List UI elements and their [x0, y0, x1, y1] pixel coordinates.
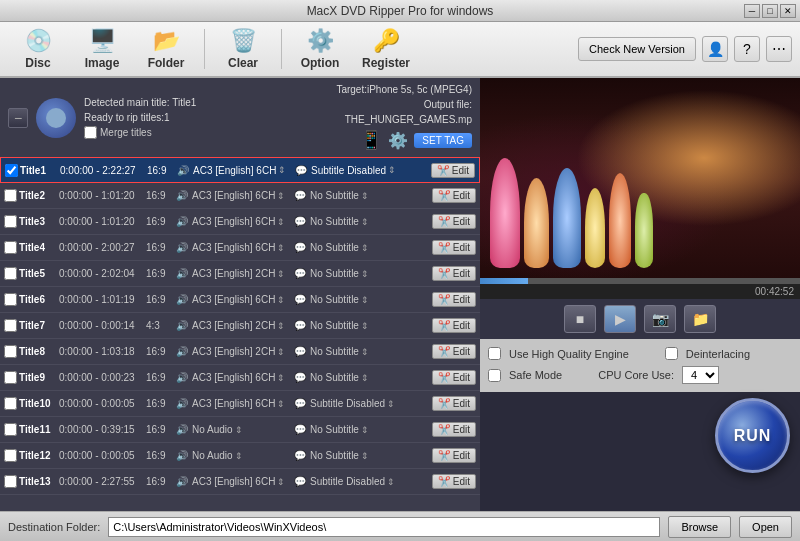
audio-arrow[interactable]: ⇕ [235, 425, 243, 435]
title-subtitle: No Subtitle ⇕ [310, 216, 430, 227]
title-checkbox[interactable] [4, 319, 17, 332]
edit-button[interactable]: ✂️ Edit [432, 292, 476, 307]
close-button[interactable]: ✕ [780, 4, 796, 18]
title-checkbox[interactable] [4, 189, 17, 202]
edit-button[interactable]: ✂️ Edit [432, 240, 476, 255]
edit-button[interactable]: ✂️ Edit [432, 474, 476, 489]
check-new-version-button[interactable]: Check New Version [578, 37, 696, 61]
stop-button[interactable]: ■ [564, 305, 596, 333]
title-checkbox[interactable] [5, 164, 18, 177]
title-checkbox[interactable] [4, 345, 17, 358]
title-time: 0:00:00 - 2:00:27 [59, 242, 144, 253]
window-controls[interactable]: ─ □ ✕ [744, 4, 796, 18]
subtitle-arrow[interactable]: ⇕ [387, 477, 395, 487]
title-row[interactable]: Title40:00:00 - 2:00:2716:9🔊AC3 [English… [0, 235, 480, 261]
option-button[interactable]: ⚙️ Option [290, 25, 350, 73]
edit-button[interactable]: ✂️ Edit [432, 344, 476, 359]
title-row[interactable]: Title130:00:00 - 2:27:5516:9🔊AC3 [Englis… [0, 469, 480, 495]
title-row[interactable]: Title110:00:00 - 0:39:1516:9🔊No Audio ⇕💬… [0, 417, 480, 443]
help-icon-button[interactable]: ? [734, 36, 760, 62]
audio-arrow[interactable]: ⇕ [277, 191, 285, 201]
high-quality-checkbox[interactable] [488, 347, 501, 360]
gear-icon[interactable]: ⚙️ [388, 131, 408, 150]
subtitle-arrow[interactable]: ⇕ [361, 295, 369, 305]
folder-open-button[interactable]: 📁 [684, 305, 716, 333]
edit-button[interactable]: ✂️ Edit [432, 422, 476, 437]
play-button[interactable]: ▶ [604, 305, 636, 333]
screenshot-button[interactable]: 📷 [644, 305, 676, 333]
set-tag-button[interactable]: SET TAG [414, 133, 472, 148]
audio-arrow[interactable]: ⇕ [277, 321, 285, 331]
folder-button[interactable]: 📂 Folder [136, 25, 196, 73]
title-checkbox[interactable] [4, 267, 17, 280]
title-checkbox[interactable] [4, 449, 17, 462]
audio-arrow[interactable]: ⇕ [277, 243, 285, 253]
title-checkbox[interactable] [4, 293, 17, 306]
run-button[interactable]: RUN [715, 398, 790, 473]
title-row[interactable]: Title100:00:00 - 0:00:0516:9🔊AC3 [Englis… [0, 391, 480, 417]
video-progress-bar[interactable] [480, 278, 800, 284]
title-checkbox[interactable] [4, 241, 17, 254]
subtitle-arrow[interactable]: ⇕ [361, 269, 369, 279]
title-checkbox[interactable] [4, 371, 17, 384]
title-row[interactable]: Title90:00:00 - 0:00:2316:9🔊AC3 [English… [0, 365, 480, 391]
subtitle-arrow[interactable]: ⇕ [388, 165, 396, 175]
title-row[interactable]: Title50:00:00 - 2:02:0416:9🔊AC3 [English… [0, 261, 480, 287]
edit-button[interactable]: ✂️ Edit [432, 188, 476, 203]
subtitle-arrow[interactable]: ⇕ [361, 347, 369, 357]
browse-button[interactable]: Browse [668, 516, 731, 538]
maximize-button[interactable]: □ [762, 4, 778, 18]
minimize-button[interactable]: ─ [744, 4, 760, 18]
safe-mode-row: Safe Mode CPU Core Use: 12345678 [488, 366, 792, 384]
image-button[interactable]: 🖥️ Image [72, 25, 132, 73]
register-button[interactable]: 🔑 Register [354, 25, 418, 73]
title-row[interactable]: Title80:00:00 - 1:03:1816:9🔊AC3 [English… [0, 339, 480, 365]
title-row[interactable]: Title70:00:00 - 0:00:144:3🔊AC3 [English]… [0, 313, 480, 339]
audio-arrow[interactable]: ⇕ [277, 347, 285, 357]
edit-button[interactable]: ✂️ Edit [432, 396, 476, 411]
subtitle-arrow[interactable]: ⇕ [361, 425, 369, 435]
title-checkbox[interactable] [4, 475, 17, 488]
deinterlacing-checkbox[interactable] [665, 347, 678, 360]
subtitle-arrow[interactable]: ⇕ [361, 217, 369, 227]
subtitle-arrow[interactable]: ⇕ [361, 451, 369, 461]
audio-arrow[interactable]: ⇕ [235, 451, 243, 461]
title-row[interactable]: Title10:00:00 - 2:22:2716:9🔊AC3 [English… [0, 157, 480, 183]
edit-button[interactable]: ✂️ Edit [431, 163, 475, 178]
edit-button[interactable]: ✂️ Edit [432, 370, 476, 385]
audio-arrow[interactable]: ⇕ [277, 295, 285, 305]
settings-icon-button[interactable]: ⋯ [766, 36, 792, 62]
title-row[interactable]: Title120:00:00 - 0:00:0516:9🔊No Audio ⇕💬… [0, 443, 480, 469]
subtitle-arrow[interactable]: ⇕ [387, 399, 395, 409]
cpu-core-select[interactable]: 12345678 [682, 366, 719, 384]
disc-button[interactable]: 💿 Disc [8, 25, 68, 73]
minus-button[interactable]: − [8, 108, 28, 128]
merge-titles-checkbox[interactable] [84, 126, 97, 139]
edit-button[interactable]: ✂️ Edit [432, 448, 476, 463]
edit-button[interactable]: ✂️ Edit [432, 214, 476, 229]
subtitle-arrow[interactable]: ⇕ [361, 321, 369, 331]
audio-arrow[interactable]: ⇕ [277, 399, 285, 409]
title-checkbox[interactable] [4, 397, 17, 410]
audio-arrow[interactable]: ⇕ [278, 165, 286, 175]
audio-arrow[interactable]: ⇕ [277, 217, 285, 227]
title-row[interactable]: Title20:00:00 - 1:01:2016:9🔊AC3 [English… [0, 183, 480, 209]
subtitle-arrow[interactable]: ⇕ [361, 191, 369, 201]
clear-button[interactable]: 🗑️ Clear [213, 25, 273, 73]
edit-button[interactable]: ✂️ Edit [432, 266, 476, 281]
audio-arrow[interactable]: ⇕ [277, 477, 285, 487]
safe-mode-checkbox[interactable] [488, 369, 501, 382]
title-checkbox[interactable] [4, 423, 17, 436]
user-icon-button[interactable]: 👤 [702, 36, 728, 62]
subtitle-arrow[interactable]: ⇕ [361, 243, 369, 253]
safe-mode-label: Safe Mode [509, 369, 562, 381]
audio-arrow[interactable]: ⇕ [277, 373, 285, 383]
open-button[interactable]: Open [739, 516, 792, 538]
audio-arrow[interactable]: ⇕ [277, 269, 285, 279]
title-checkbox[interactable] [4, 215, 17, 228]
edit-button[interactable]: ✂️ Edit [432, 318, 476, 333]
destination-path-input[interactable] [108, 517, 660, 537]
title-row[interactable]: Title60:00:00 - 1:01:1916:9🔊AC3 [English… [0, 287, 480, 313]
subtitle-arrow[interactable]: ⇕ [361, 373, 369, 383]
title-row[interactable]: Title30:00:00 - 1:01:2016:9🔊AC3 [English… [0, 209, 480, 235]
